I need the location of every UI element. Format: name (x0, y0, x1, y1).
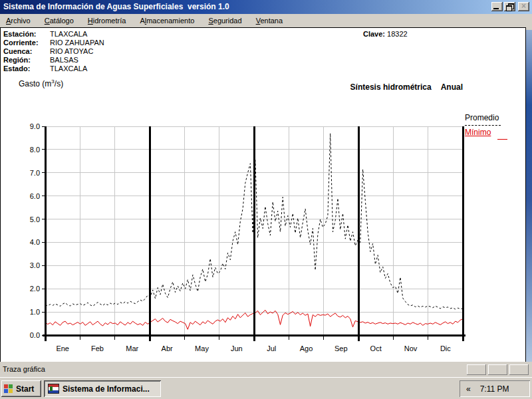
station-field: Estación:TLAXCALA (3, 30, 87, 38)
status-bar: Traza gráfica (0, 362, 532, 377)
y-axis-tick-label: 2.0 (30, 285, 40, 293)
menu-item-almacenamiento[interactable]: Almacenamiento (134, 14, 200, 27)
app-icon (48, 384, 59, 394)
y-axis-tick-label: 9.0 (30, 122, 40, 130)
windows-logo-icon (4, 384, 13, 393)
month-label: Feb (91, 344, 104, 352)
tray-chevron-icon[interactable]: « (466, 384, 471, 394)
station-field: Cuenca:RIO ATOYAC (3, 47, 93, 55)
menu-item-seguridad[interactable]: Seguridad (202, 14, 247, 27)
y-axis-tick-label: 7.0 (30, 169, 40, 177)
title-bar: Sistema de Información de Aguas Superfic… (0, 0, 532, 14)
start-button[interactable]: Start (1, 380, 41, 397)
system-tray: « 7:11 PM (460, 380, 530, 397)
month-label: Jun (231, 344, 243, 352)
month-label: Dic (440, 344, 451, 352)
station-field: Estado:TLAXCALA (3, 65, 87, 72)
month-label: Mar (126, 344, 138, 352)
y-axis-tick-label: 1.0 (30, 308, 40, 316)
close-icon: × (518, 1, 529, 11)
clave-field: Clave: 18322 (363, 30, 408, 38)
close-button[interactable]: × (518, 2, 529, 11)
taskbar-task-button[interactable]: Sistema de Informaci... (44, 380, 161, 397)
month-label: May (195, 344, 209, 352)
restore-button[interactable] (504, 2, 515, 11)
month-label: Oct (370, 344, 382, 352)
clave-value: 18322 (387, 30, 408, 38)
month-label: Jul (267, 344, 276, 352)
window-edge-strip (526, 30, 532, 371)
station-value: BALSAS (50, 56, 78, 64)
taskbar: Start Sistema de Informaci... « 7:11 PM (0, 377, 532, 399)
month-label: Sep (334, 344, 348, 352)
status-text: Traza gráfica (3, 365, 45, 373)
y-axis-tick-label: 4.0 (30, 238, 40, 246)
y-axis-tick-label: 5.0 (30, 215, 40, 223)
status-panel (509, 364, 529, 375)
menu-item-ventana[interactable]: Ventana (250, 14, 289, 27)
station-value: RIO ZAHUAPAN (50, 39, 104, 47)
month-label: Nov (404, 344, 418, 352)
menu-item-catalogo[interactable]: Catálogo (39, 14, 80, 27)
minimize-icon (493, 8, 499, 9)
status-panel (467, 364, 486, 375)
minimize-button[interactable] (491, 2, 503, 11)
month-label: Abr (162, 344, 173, 352)
menu-item-archivo[interactable]: Archivo (0, 14, 37, 27)
month-label: Ago (300, 344, 313, 352)
application-window: Sistema de Información de Aguas Superfic… (0, 0, 532, 399)
station-value: TLAXCALA (50, 65, 87, 72)
hydrograph-chart: 9.08.07.06.05.04.03.02.01.00.0EneFebMarA… (1, 77, 525, 356)
month-label: Ene (56, 344, 69, 352)
y-axis-tick-label: 3.0 (30, 261, 40, 269)
menu-bar: Archivo Catálogo Hidrometría Almacenamie… (0, 14, 532, 27)
y-axis-tick-label: 8.0 (30, 146, 40, 154)
document-area: Estación:TLAXCALA Corriente:RIO ZAHUAPAN… (0, 27, 526, 362)
window-title: Sistema de Información de Aguas Superfic… (3, 2, 229, 11)
station-field: Región:BALSAS (3, 56, 78, 64)
station-value: TLAXCALA (50, 30, 87, 38)
menu-item-hidrometria[interactable]: Hidrometría (82, 14, 132, 27)
status-panel (488, 364, 507, 375)
station-value: RIO ATOYAC (50, 47, 93, 55)
y-axis-tick-label: 6.0 (30, 192, 40, 200)
y-axis-tick-label: 0.0 (30, 331, 40, 339)
station-field: Corriente:RIO ZAHUAPAN (3, 39, 104, 47)
taskbar-clock: 7:11 PM (480, 384, 509, 394)
